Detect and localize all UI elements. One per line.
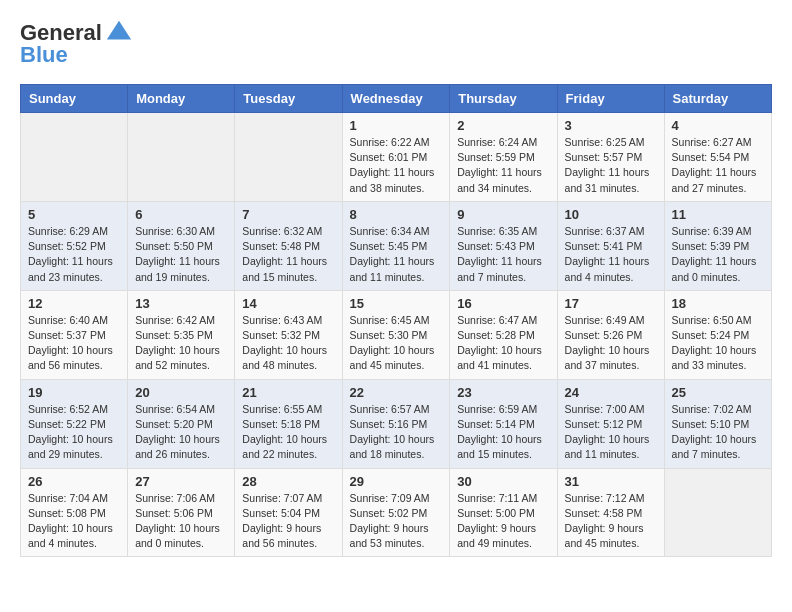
calendar-cell: 11Sunrise: 6:39 AM Sunset: 5:39 PM Dayli… <box>664 201 771 290</box>
calendar-cell: 2Sunrise: 6:24 AM Sunset: 5:59 PM Daylig… <box>450 113 557 202</box>
weekday-header-friday: Friday <box>557 85 664 113</box>
day-info: Sunrise: 6:24 AM Sunset: 5:59 PM Dayligh… <box>457 135 549 196</box>
day-number: 10 <box>565 207 657 222</box>
day-info: Sunrise: 7:07 AM Sunset: 5:04 PM Dayligh… <box>242 491 334 552</box>
day-number: 17 <box>565 296 657 311</box>
day-info: Sunrise: 6:49 AM Sunset: 5:26 PM Dayligh… <box>565 313 657 374</box>
calendar-cell: 1Sunrise: 6:22 AM Sunset: 6:01 PM Daylig… <box>342 113 450 202</box>
calendar-week-5: 26Sunrise: 7:04 AM Sunset: 5:08 PM Dayli… <box>21 468 772 557</box>
calendar-cell: 18Sunrise: 6:50 AM Sunset: 5:24 PM Dayli… <box>664 290 771 379</box>
day-number: 19 <box>28 385 120 400</box>
day-number: 12 <box>28 296 120 311</box>
day-info: Sunrise: 7:04 AM Sunset: 5:08 PM Dayligh… <box>28 491 120 552</box>
day-number: 1 <box>350 118 443 133</box>
day-number: 18 <box>672 296 764 311</box>
day-number: 6 <box>135 207 227 222</box>
day-number: 30 <box>457 474 549 489</box>
calendar-cell: 17Sunrise: 6:49 AM Sunset: 5:26 PM Dayli… <box>557 290 664 379</box>
calendar-cell: 30Sunrise: 7:11 AM Sunset: 5:00 PM Dayli… <box>450 468 557 557</box>
calendar-cell: 25Sunrise: 7:02 AM Sunset: 5:10 PM Dayli… <box>664 379 771 468</box>
calendar-cell: 14Sunrise: 6:43 AM Sunset: 5:32 PM Dayli… <box>235 290 342 379</box>
day-info: Sunrise: 6:27 AM Sunset: 5:54 PM Dayligh… <box>672 135 764 196</box>
day-info: Sunrise: 6:47 AM Sunset: 5:28 PM Dayligh… <box>457 313 549 374</box>
calendar-cell: 8Sunrise: 6:34 AM Sunset: 5:45 PM Daylig… <box>342 201 450 290</box>
day-number: 20 <box>135 385 227 400</box>
calendar-cell <box>21 113 128 202</box>
weekday-header-thursday: Thursday <box>450 85 557 113</box>
logo: General Blue <box>20 20 133 68</box>
day-info: Sunrise: 6:54 AM Sunset: 5:20 PM Dayligh… <box>135 402 227 463</box>
day-number: 31 <box>565 474 657 489</box>
day-info: Sunrise: 6:39 AM Sunset: 5:39 PM Dayligh… <box>672 224 764 285</box>
day-info: Sunrise: 6:34 AM Sunset: 5:45 PM Dayligh… <box>350 224 443 285</box>
day-info: Sunrise: 7:00 AM Sunset: 5:12 PM Dayligh… <box>565 402 657 463</box>
weekday-header-tuesday: Tuesday <box>235 85 342 113</box>
day-number: 9 <box>457 207 549 222</box>
day-info: Sunrise: 6:25 AM Sunset: 5:57 PM Dayligh… <box>565 135 657 196</box>
calendar-cell: 27Sunrise: 7:06 AM Sunset: 5:06 PM Dayli… <box>128 468 235 557</box>
calendar-cell <box>128 113 235 202</box>
calendar-cell: 20Sunrise: 6:54 AM Sunset: 5:20 PM Dayli… <box>128 379 235 468</box>
weekday-header-monday: Monday <box>128 85 235 113</box>
weekday-header-saturday: Saturday <box>664 85 771 113</box>
calendar-cell: 3Sunrise: 6:25 AM Sunset: 5:57 PM Daylig… <box>557 113 664 202</box>
day-number: 3 <box>565 118 657 133</box>
logo-container: General Blue <box>20 20 133 68</box>
day-info: Sunrise: 7:09 AM Sunset: 5:02 PM Dayligh… <box>350 491 443 552</box>
calendar-cell: 22Sunrise: 6:57 AM Sunset: 5:16 PM Dayli… <box>342 379 450 468</box>
weekday-header-row: SundayMondayTuesdayWednesdayThursdayFrid… <box>21 85 772 113</box>
calendar-table: SundayMondayTuesdayWednesdayThursdayFrid… <box>20 84 772 557</box>
day-info: Sunrise: 6:43 AM Sunset: 5:32 PM Dayligh… <box>242 313 334 374</box>
day-info: Sunrise: 7:12 AM Sunset: 4:58 PM Dayligh… <box>565 491 657 552</box>
calendar-cell: 24Sunrise: 7:00 AM Sunset: 5:12 PM Dayli… <box>557 379 664 468</box>
day-number: 28 <box>242 474 334 489</box>
day-number: 21 <box>242 385 334 400</box>
calendar-cell <box>664 468 771 557</box>
day-info: Sunrise: 6:50 AM Sunset: 5:24 PM Dayligh… <box>672 313 764 374</box>
day-number: 15 <box>350 296 443 311</box>
calendar-cell: 13Sunrise: 6:42 AM Sunset: 5:35 PM Dayli… <box>128 290 235 379</box>
calendar-cell: 10Sunrise: 6:37 AM Sunset: 5:41 PM Dayli… <box>557 201 664 290</box>
day-info: Sunrise: 6:37 AM Sunset: 5:41 PM Dayligh… <box>565 224 657 285</box>
logo-icon <box>105 17 133 45</box>
calendar-cell: 9Sunrise: 6:35 AM Sunset: 5:43 PM Daylig… <box>450 201 557 290</box>
calendar-cell: 26Sunrise: 7:04 AM Sunset: 5:08 PM Dayli… <box>21 468 128 557</box>
day-info: Sunrise: 6:55 AM Sunset: 5:18 PM Dayligh… <box>242 402 334 463</box>
calendar-week-4: 19Sunrise: 6:52 AM Sunset: 5:22 PM Dayli… <box>21 379 772 468</box>
day-number: 29 <box>350 474 443 489</box>
calendar-cell: 31Sunrise: 7:12 AM Sunset: 4:58 PM Dayli… <box>557 468 664 557</box>
day-number: 7 <box>242 207 334 222</box>
calendar-cell: 23Sunrise: 6:59 AM Sunset: 5:14 PM Dayli… <box>450 379 557 468</box>
day-number: 2 <box>457 118 549 133</box>
calendar-cell: 12Sunrise: 6:40 AM Sunset: 5:37 PM Dayli… <box>21 290 128 379</box>
day-number: 8 <box>350 207 443 222</box>
calendar-cell: 19Sunrise: 6:52 AM Sunset: 5:22 PM Dayli… <box>21 379 128 468</box>
page-header: General Blue <box>20 20 772 68</box>
day-info: Sunrise: 6:52 AM Sunset: 5:22 PM Dayligh… <box>28 402 120 463</box>
calendar-week-1: 1Sunrise: 6:22 AM Sunset: 6:01 PM Daylig… <box>21 113 772 202</box>
calendar-cell: 5Sunrise: 6:29 AM Sunset: 5:52 PM Daylig… <box>21 201 128 290</box>
calendar-cell: 7Sunrise: 6:32 AM Sunset: 5:48 PM Daylig… <box>235 201 342 290</box>
calendar-cell: 16Sunrise: 6:47 AM Sunset: 5:28 PM Dayli… <box>450 290 557 379</box>
day-number: 5 <box>28 207 120 222</box>
day-info: Sunrise: 6:35 AM Sunset: 5:43 PM Dayligh… <box>457 224 549 285</box>
calendar-cell: 4Sunrise: 6:27 AM Sunset: 5:54 PM Daylig… <box>664 113 771 202</box>
day-number: 11 <box>672 207 764 222</box>
calendar-week-2: 5Sunrise: 6:29 AM Sunset: 5:52 PM Daylig… <box>21 201 772 290</box>
day-info: Sunrise: 7:02 AM Sunset: 5:10 PM Dayligh… <box>672 402 764 463</box>
day-info: Sunrise: 6:57 AM Sunset: 5:16 PM Dayligh… <box>350 402 443 463</box>
svg-marker-0 <box>107 21 131 40</box>
calendar-cell: 21Sunrise: 6:55 AM Sunset: 5:18 PM Dayli… <box>235 379 342 468</box>
calendar-cell: 15Sunrise: 6:45 AM Sunset: 5:30 PM Dayli… <box>342 290 450 379</box>
day-info: Sunrise: 6:45 AM Sunset: 5:30 PM Dayligh… <box>350 313 443 374</box>
logo-blue-text: Blue <box>20 42 68 68</box>
day-info: Sunrise: 6:42 AM Sunset: 5:35 PM Dayligh… <box>135 313 227 374</box>
calendar-cell <box>235 113 342 202</box>
day-number: 27 <box>135 474 227 489</box>
day-info: Sunrise: 7:06 AM Sunset: 5:06 PM Dayligh… <box>135 491 227 552</box>
day-number: 4 <box>672 118 764 133</box>
day-number: 14 <box>242 296 334 311</box>
weekday-header-wednesday: Wednesday <box>342 85 450 113</box>
day-info: Sunrise: 6:59 AM Sunset: 5:14 PM Dayligh… <box>457 402 549 463</box>
day-number: 25 <box>672 385 764 400</box>
